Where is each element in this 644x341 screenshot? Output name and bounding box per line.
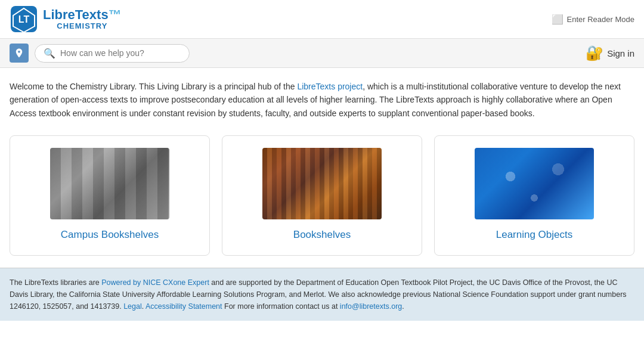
sign-in-icon: 🔐 xyxy=(586,45,603,61)
learning-objects-label: Learning Objects xyxy=(496,229,573,241)
footer-text-before-link1: The LibreTexts libraries are xyxy=(10,278,101,287)
logo-chemistry: CHEMISTRY xyxy=(43,22,122,30)
pin-icon xyxy=(14,48,24,58)
bookshelves-image xyxy=(262,148,382,219)
learning-objects-image xyxy=(475,148,594,219)
logo-area: LT LibreTexts ™ CHEMISTRY xyxy=(10,5,122,33)
footer-text: The LibreTexts libraries are Powered by … xyxy=(10,277,634,312)
logo-tm: ™ xyxy=(109,8,122,22)
top-bar: LT LibreTexts ™ CHEMISTRY ⬜ Enter Reader… xyxy=(0,0,644,39)
svg-text:LT: LT xyxy=(18,14,30,24)
reader-mode-button[interactable]: ⬜ Enter Reader Mode xyxy=(552,14,634,25)
welcome-section: Welcome to the Chemistry Library. This L… xyxy=(0,68,644,129)
welcome-text: Welcome to the Chemistry Library. This L… xyxy=(10,80,634,120)
nice-cxone-link[interactable]: Powered by NICE CXone Expert xyxy=(101,278,209,287)
search-bar: 🔍 🔐 Sign in xyxy=(0,39,644,68)
campus-bookshelves-card[interactable]: Campus Bookshelves xyxy=(10,135,210,256)
search-icon: 🔍 xyxy=(44,48,55,59)
sign-in-button[interactable]: 🔐 Sign in xyxy=(586,45,634,61)
navigation-button[interactable] xyxy=(10,44,29,63)
cards-section: Campus Bookshelves Bookshelves Learning … xyxy=(0,129,644,268)
libretexts-project-link[interactable]: LibreTexts project xyxy=(297,82,363,91)
search-input[interactable] xyxy=(60,48,179,58)
bookshelves-card[interactable]: Bookshelves xyxy=(222,135,422,256)
bookshelves-label: Bookshelves xyxy=(293,229,351,241)
learning-objects-card[interactable]: Learning Objects xyxy=(434,135,634,256)
logo-text: LibreTexts ™ CHEMISTRY xyxy=(43,8,122,30)
email-link[interactable]: info@libretexts.org xyxy=(340,302,402,311)
footer-text-end: . xyxy=(402,302,404,311)
accessibility-link[interactable]: Accessibility Statement xyxy=(145,302,222,311)
reader-mode-label: Enter Reader Mode xyxy=(567,15,634,24)
logo-libre: LibreTexts xyxy=(43,8,109,22)
welcome-text-before: Welcome to the Chemistry Library. This L… xyxy=(10,82,297,91)
footer: The LibreTexts libraries are Powered by … xyxy=(0,268,644,321)
reader-mode-icon: ⬜ xyxy=(552,14,564,25)
legal-link[interactable]: Legal xyxy=(123,302,142,311)
libretexts-logo-icon: LT xyxy=(10,5,38,33)
sign-in-label: Sign in xyxy=(607,48,634,58)
campus-bookshelves-image xyxy=(50,148,169,219)
footer-text-middle: For more information contact us at xyxy=(222,302,340,311)
campus-bookshelves-label: Campus Bookshelves xyxy=(61,229,159,241)
search-input-wrap: 🔍 xyxy=(35,44,190,63)
